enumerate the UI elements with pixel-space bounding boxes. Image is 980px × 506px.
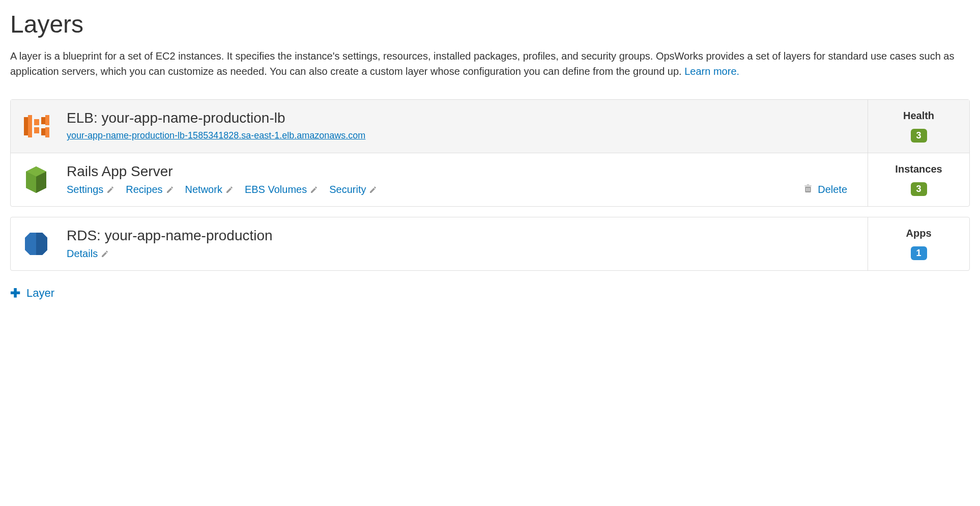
layer-rails-right: Instances 3 [868, 153, 969, 206]
plus-icon: ✚ [10, 286, 20, 300]
add-layer-label: Layer [26, 287, 54, 300]
recipes-link[interactable]: Recipes [126, 184, 162, 195]
svg-rect-4 [41, 117, 45, 124]
description-text: A layer is a blueprint for a set of EC2 … [10, 50, 954, 77]
details-link[interactable]: Details [67, 248, 98, 260]
learn-more-link[interactable]: Learn more. [684, 66, 739, 77]
layer-rds-title[interactable]: RDS: your-app-name-production [67, 228, 862, 244]
svg-rect-5 [41, 128, 45, 135]
layer-row-rds: RDS: your-app-name-production Details Ap… [11, 217, 969, 270]
pencil-icon[interactable] [310, 186, 318, 194]
elb-icon [11, 100, 62, 153]
security-link[interactable]: Security [329, 184, 366, 195]
layer-rails-main: Rails App Server Settings Recipes [62, 153, 868, 206]
pencil-icon[interactable] [225, 186, 234, 194]
rds-icon [11, 217, 62, 270]
layer-elb-title[interactable]: ELB: your-app-name-production-lb [67, 110, 862, 126]
trash-icon [803, 184, 813, 195]
ebs-volumes-link[interactable]: EBS Volumes [245, 184, 307, 195]
layer-elb-main: ELB: your-app-name-production-lb your-ap… [62, 100, 868, 153]
layers-container: ELB: your-app-name-production-lb your-ap… [10, 99, 970, 207]
settings-link[interactable]: Settings [67, 184, 103, 195]
svg-rect-6 [45, 115, 49, 125]
instances-label: Instances [895, 163, 942, 175]
page-title: Layers [10, 10, 970, 38]
svg-marker-14 [36, 233, 47, 255]
layer-rails-actions: Settings Recipes Network [67, 184, 382, 195]
layer-elb-right: Health 3 [868, 100, 969, 153]
layer-rds-main: RDS: your-app-name-production Details [62, 217, 868, 270]
page-description: A layer is a blueprint for a set of EC2 … [10, 48, 970, 79]
layer-row-rails: Rails App Server Settings Recipes [11, 153, 969, 206]
health-label: Health [903, 110, 934, 122]
layer-rds-right: Apps 1 [868, 217, 969, 270]
rails-icon [11, 153, 62, 206]
apps-label: Apps [906, 228, 932, 239]
network-link[interactable]: Network [185, 184, 222, 195]
svg-rect-7 [45, 127, 49, 137]
svg-rect-1 [28, 115, 32, 137]
pencil-icon[interactable] [106, 186, 114, 194]
svg-rect-2 [34, 119, 39, 125]
delete-button[interactable]: Delete [803, 184, 862, 195]
pencil-icon[interactable] [369, 186, 377, 194]
svg-rect-3 [34, 127, 39, 133]
layers-container-rds: RDS: your-app-name-production Details Ap… [10, 217, 970, 271]
pencil-icon[interactable] [166, 186, 174, 194]
instances-badge[interactable]: 3 [911, 182, 927, 196]
apps-badge[interactable]: 1 [911, 246, 927, 260]
pencil-icon[interactable] [101, 250, 109, 258]
layer-row-elb: ELB: your-app-name-production-lb your-ap… [11, 100, 969, 153]
delete-label: Delete [818, 184, 847, 195]
layer-rds-actions: Details [67, 248, 862, 260]
layer-rails-title[interactable]: Rails App Server [67, 163, 862, 180]
add-layer-button[interactable]: ✚ Layer [10, 286, 970, 300]
layer-elb-dns-link[interactable]: your-app-name-production-lb-1585341828.s… [67, 130, 365, 140]
svg-rect-0 [24, 117, 28, 135]
health-badge[interactable]: 3 [911, 129, 927, 143]
